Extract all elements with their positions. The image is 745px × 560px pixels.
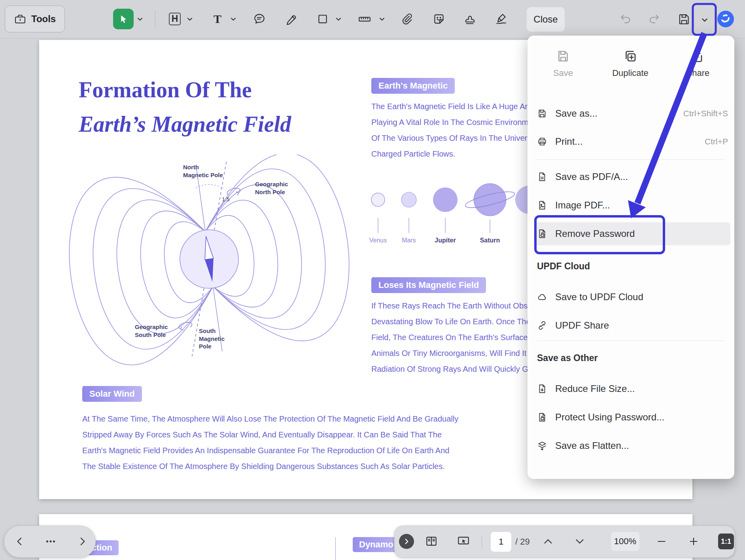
page-total-label: / 29	[515, 526, 530, 557]
remove-password-icon	[537, 229, 547, 239]
printer-icon	[537, 136, 547, 147]
tools-button[interactable]: Tools	[5, 6, 65, 32]
prev-page-button[interactable]	[13, 535, 26, 550]
measure-tool-button[interactable]	[353, 7, 376, 31]
save-button[interactable]	[672, 7, 696, 31]
presentation-icon	[457, 535, 470, 548]
updf-logo[interactable]	[717, 10, 735, 30]
presentation-mode-button[interactable]	[457, 535, 470, 550]
top-toolbar: Tools H T	[0, 0, 745, 38]
planet-label-venus: Venus	[369, 237, 387, 244]
shape-tool-chevron[interactable]	[335, 15, 342, 23]
save-as-icon	[537, 108, 547, 119]
marker-pen-icon	[284, 12, 298, 26]
text-tool-chevron[interactable]	[229, 15, 237, 23]
save-options-chevron[interactable]	[696, 11, 713, 28]
label-axis-angle: 1.5	[222, 196, 229, 203]
book-icon	[425, 535, 438, 548]
select-tool-button[interactable]	[113, 9, 134, 29]
menu-item-image-pdf[interactable]: Image PDF...	[537, 194, 728, 217]
menu-item-save-as-pdfa[interactable]: Save as PDF/A...	[537, 165, 728, 188]
protect-password-icon	[537, 412, 547, 422]
label-geographic-north-pole: Geographic North Pole	[255, 180, 288, 196]
next-page-chevron[interactable]	[573, 535, 586, 550]
label-south-magnetic-pole: South Magnetic Pole	[199, 327, 225, 350]
minus-icon	[655, 535, 668, 548]
zoom-in-button[interactable]	[687, 535, 700, 550]
measure-tool-chevron[interactable]	[378, 15, 386, 23]
chevron-down-icon	[230, 16, 236, 22]
menu-item-protect-using-password[interactable]: Protect Using Password...	[537, 406, 728, 429]
pdfa-document-icon	[537, 172, 547, 182]
sticker-tool-button[interactable]	[427, 7, 451, 31]
menu-divider	[537, 159, 725, 160]
toolbar-separator	[155, 10, 155, 28]
reading-mode-button[interactable]	[425, 535, 438, 550]
tools-label: Tools	[31, 13, 56, 25]
menu-save-action[interactable]: Save	[533, 49, 593, 78]
menu-item-save-as-flatten[interactable]: Save as Flatten...	[537, 434, 728, 457]
bar-separator	[482, 535, 482, 548]
image-pdf-icon	[537, 200, 547, 210]
plus-icon	[687, 535, 700, 548]
page-number-input[interactable]	[491, 532, 511, 552]
undo-button[interactable]	[614, 7, 637, 31]
menu-divider	[537, 341, 725, 341]
label-geographic-south-pole: Geographic South Pole	[135, 323, 168, 339]
menu-share-action[interactable]: Share	[668, 49, 728, 78]
text-tool-button[interactable]: T	[206, 7, 229, 31]
previous-page-chevron[interactable]	[541, 535, 555, 550]
reduce-file-size-icon	[537, 384, 547, 394]
menu-item-save-to-updf-cloud[interactable]: Save to UPDF Cloud	[537, 286, 728, 308]
menu-item-remove-password[interactable]: Remove Password	[534, 222, 730, 245]
actual-size-button[interactable]: 1:1	[718, 534, 734, 549]
menu-item-save-as[interactable]: Save as... Ctrl+Shift+S	[537, 102, 728, 125]
updf-logo-icon	[717, 10, 735, 28]
chevron-down-icon	[335, 16, 342, 22]
redo-button[interactable]	[642, 7, 666, 31]
attachment-tool-button[interactable]	[395, 7, 419, 31]
close-button[interactable]: Close	[527, 7, 565, 32]
badge-solar-wind: Solar Wind	[82, 386, 142, 402]
paragraph-solar-wind: At The Same Time, The Atmosphere Will Al…	[82, 411, 458, 474]
paperclip-icon	[401, 12, 414, 26]
stamp-tool-button[interactable]	[458, 7, 482, 31]
link-icon	[537, 320, 547, 331]
chevron-right-icon	[76, 535, 89, 548]
comment-tool-button[interactable]	[248, 7, 271, 31]
menu-item-reduce-file-size[interactable]: Reduce File Size...	[537, 377, 728, 400]
chevron-down-icon	[573, 535, 586, 548]
more-options-button[interactable]	[44, 535, 57, 550]
cursor-icon	[117, 13, 129, 25]
menu-item-updf-share[interactable]: UPDF Share	[537, 314, 728, 337]
next-page-button[interactable]	[76, 535, 89, 550]
cloud-icon	[537, 292, 547, 302]
select-tool-chevron[interactable]	[136, 15, 144, 23]
pen-tool-button[interactable]	[279, 7, 303, 31]
chevron-left-icon	[13, 535, 26, 548]
zoom-level-label: 100%	[614, 536, 636, 547]
ruler-icon	[358, 12, 371, 26]
planet-label-saturn: Saturn	[480, 237, 500, 244]
zoom-level-button[interactable]: 100%	[611, 532, 639, 551]
chevron-down-icon	[701, 17, 709, 23]
undo-icon	[619, 12, 632, 26]
zoom-out-button[interactable]	[655, 535, 668, 550]
paragraph-earths-magnetic: The Earth's Magnetic Field Is Like A Hug…	[371, 98, 533, 162]
heading-tool-chevron[interactable]	[186, 15, 194, 23]
collapse-bar-button[interactable]	[399, 534, 414, 549]
badge-dynamo: Dynamo	[353, 537, 400, 552]
menu-item-print[interactable]: Print... Ctrl+P	[537, 130, 728, 153]
paragraph-loses-magnetic-field: If These Rays Reach The Earth Without Ob…	[371, 298, 534, 377]
signature-tool-button[interactable]	[490, 7, 513, 31]
menu-duplicate-action[interactable]: Duplicate	[601, 49, 660, 78]
flatten-icon	[537, 441, 547, 451]
chevron-down-icon	[187, 16, 193, 22]
close-label: Close	[533, 14, 558, 25]
signature-icon	[495, 12, 508, 26]
heading-tool-button[interactable]: H	[163, 7, 187, 31]
stamp-icon	[463, 12, 476, 26]
sticker-icon	[432, 12, 446, 26]
comment-icon	[253, 12, 266, 26]
shape-tool-button[interactable]	[311, 7, 335, 31]
